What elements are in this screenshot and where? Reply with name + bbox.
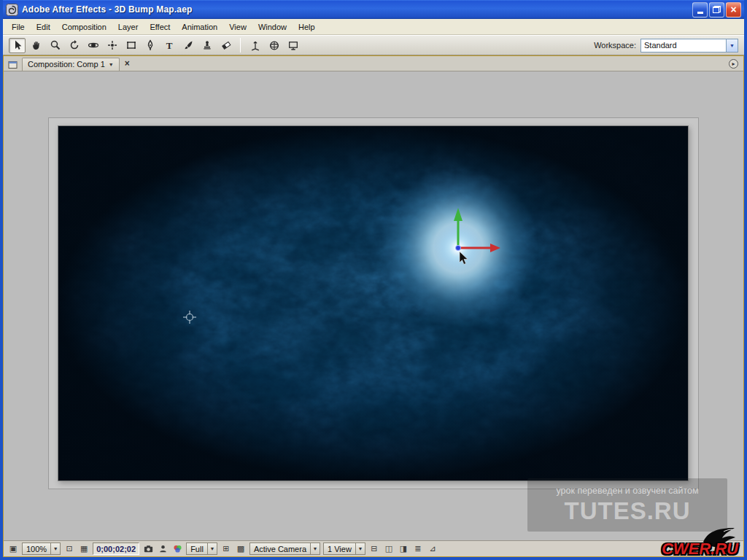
brush-tool[interactable] [179, 38, 196, 53]
tab-close-icon[interactable]: × [125, 58, 130, 69]
pan-behind-tool[interactable] [104, 38, 120, 53]
local-axis-mode-button[interactable] [247, 38, 263, 53]
menu-help[interactable]: Help [293, 20, 321, 34]
comp-canvas[interactable] [58, 125, 689, 481]
hand-tool[interactable] [28, 38, 44, 53]
timecode-field[interactable]: 0;00;02;02 [93, 542, 139, 555]
menu-bar: File Edit Composition Layer Effect Anima… [3, 19, 744, 35]
cwer-logo: CWER.RU [662, 526, 738, 559]
minimize-icon [697, 12, 703, 14]
clone-stamp-tool[interactable] [198, 38, 215, 53]
toolbar-separator [240, 38, 241, 52]
dropdown-arrow-icon: ▼ [355, 543, 365, 554]
pen-tool[interactable] [142, 38, 158, 53]
maximize-button[interactable] [709, 2, 724, 18]
orbit-camera-tool-icon [88, 39, 99, 51]
tab-dropdown-icon[interactable]: ▼ [109, 62, 114, 67]
composition-viewer[interactable]: урок переведен и озвучен сайтом TUTES.RU [4, 71, 743, 540]
menu-animation[interactable]: Animation [176, 20, 223, 34]
tab-label: Composition: Comp 1 [28, 60, 105, 69]
magnification-value: 100% [23, 545, 50, 553]
view-layout-dropdown[interactable]: 1 View ▼ [323, 542, 365, 555]
title-bar[interactable]: Adobe After Effects - 3D Bump Map.aep × [3, 0, 744, 19]
view-axis-mode-button[interactable] [285, 38, 301, 53]
app-window: Adobe After Effects - 3D Bump Map.aep × … [0, 0, 747, 560]
workspace-label: Workspace: [594, 41, 636, 50]
tab-bar: Composition: Comp 1 ▼ × ▸ [4, 56, 743, 71]
type-tool-icon: T [163, 39, 175, 51]
share-view-icon[interactable]: ⊟ [368, 544, 380, 553]
minimize-button[interactable] [692, 2, 708, 18]
rotation-tool-icon [69, 39, 80, 51]
timeline-button-icon[interactable]: ≣ [412, 544, 424, 553]
pan-behind-tool-icon [107, 39, 118, 51]
menu-window[interactable]: Window [252, 20, 293, 34]
selection-tool-icon [12, 39, 23, 51]
dropdown-arrow-icon[interactable]: ▼ [726, 39, 738, 52]
flowchart-button-icon[interactable]: ⊿ [427, 544, 438, 553]
dropdown-arrow-icon: ▼ [207, 543, 217, 554]
fast-previews-icon[interactable]: ◨ [398, 544, 409, 553]
menu-layer[interactable]: Layer [112, 20, 144, 34]
world-axis-mode-button[interactable] [266, 38, 282, 53]
view-axis-icon [287, 39, 299, 51]
workspace-dropdown[interactable]: Standard ▼ [640, 39, 738, 52]
safe-zones-icon[interactable]: ⊡ [63, 544, 75, 553]
hand-tool-icon [31, 39, 42, 51]
type-tool[interactable]: T [160, 38, 177, 53]
channels-icon[interactable] [171, 543, 183, 555]
dropdown-arrow-icon: ▼ [310, 543, 320, 554]
eraser-tool-icon [220, 39, 232, 51]
region-of-interest-icon[interactable]: ⊞ [220, 544, 232, 553]
workspace-value: Standard [641, 41, 726, 50]
local-axis-icon [249, 39, 261, 51]
pen-tool-icon [144, 39, 156, 51]
close-button[interactable]: × [726, 2, 741, 18]
grid-guides-icon[interactable]: ▦ [78, 544, 90, 553]
camera-value: Active Camera [250, 545, 310, 553]
cwer-logo-text: CWER.RU [662, 540, 738, 559]
watermark: урок переведен и озвучен сайтом TUTES.RU [527, 478, 727, 532]
window-title: Adobe After Effects - 3D Bump Map.aep [22, 4, 193, 15]
show-snapshot-icon[interactable] [157, 543, 169, 555]
tool-bar: T Workspace: Standard ▼ [3, 35, 744, 55]
resolution-value: Full [187, 545, 207, 553]
brush-tool-icon [182, 39, 194, 51]
zoom-tool[interactable] [47, 38, 63, 53]
bump-map-render [58, 126, 688, 481]
zoom-tool-icon [50, 39, 61, 51]
pixel-aspect-correction-icon[interactable]: ◫ [383, 544, 395, 553]
menu-effect[interactable]: Effect [144, 20, 176, 34]
panel-menu-button[interactable]: ▸ [729, 59, 738, 69]
camera-dropdown[interactable]: Active Camera ▼ [249, 542, 320, 555]
app-icon [6, 4, 18, 16]
tab-composition[interactable]: Composition: Comp 1 ▼ [22, 58, 120, 71]
watermark-line2: TUTES.RU [565, 497, 691, 525]
dropdown-arrow-icon: ▼ [50, 543, 60, 554]
clone-stamp-tool-icon [201, 39, 213, 51]
rectangle-mask-tool-icon [125, 39, 137, 51]
view-layout-value: 1 View [324, 545, 355, 553]
menu-edit[interactable]: Edit [31, 20, 56, 34]
orbit-camera-tool[interactable] [85, 38, 101, 53]
svg-text:T: T [166, 40, 172, 51]
eraser-tool[interactable] [217, 38, 234, 53]
transparency-grid-icon[interactable]: ▩ [235, 544, 247, 553]
menu-composition[interactable]: Composition [56, 20, 112, 34]
menu-view[interactable]: View [223, 20, 252, 34]
always-preview-icon[interactable]: ▣ [7, 544, 19, 553]
status-bar: ▣ 100% ▼ ⊡ ▦ 0;00;02;02 Full ▼ ⊞ ▩ [4, 540, 743, 556]
rotation-tool[interactable] [66, 38, 82, 53]
rectangle-mask-tool[interactable] [123, 38, 139, 53]
watermark-line1: урок переведен и озвучен сайтом [556, 486, 698, 496]
menu-file[interactable]: File [6, 20, 31, 34]
selection-tool[interactable] [9, 38, 26, 53]
panel-grip-icon[interactable] [8, 61, 19, 69]
resolution-dropdown[interactable]: Full ▼ [186, 542, 217, 555]
composition-panel: Composition: Comp 1 ▼ × ▸ [3, 55, 744, 557]
snapshot-icon[interactable] [142, 543, 154, 555]
magnification-dropdown[interactable]: 100% ▼ [22, 542, 61, 555]
world-axis-icon [268, 39, 280, 51]
restore-icon [713, 6, 721, 13]
